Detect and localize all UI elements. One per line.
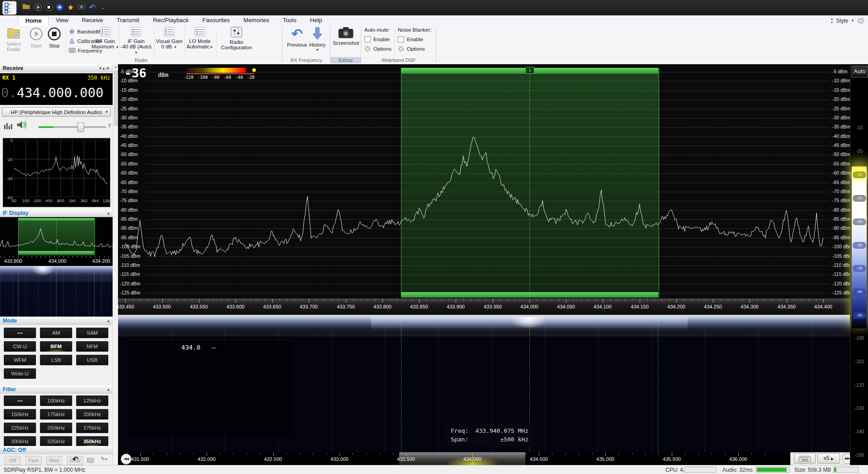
- radio-configuration-button[interactable]: RadioConfiguration: [218, 27, 255, 50]
- tab-favourites[interactable]: Favourites: [196, 15, 237, 25]
- contrast-scale-pill[interactable]: -70: [853, 265, 866, 272]
- stop-button[interactable]: Stop: [46, 27, 63, 48]
- collapse-icon[interactable]: ▴: [107, 318, 111, 323]
- filter-button-200khz[interactable]: 200kHz: [76, 409, 108, 420]
- filter-button-325khz[interactable]: 325kHz: [40, 436, 72, 447]
- auto-mute-enable-checkbox[interactable]: Enable: [364, 36, 390, 43]
- filter-button-150khz[interactable]: 150kHz: [4, 409, 36, 420]
- mode-button-wfm[interactable]: WFM: [4, 355, 36, 365]
- contrast-scale-pill[interactable]: -50: [853, 218, 866, 225]
- agc-button-off[interactable]: Off: [5, 456, 21, 465]
- mode-button-dots[interactable]: •••: [4, 327, 36, 338]
- shift-left-button[interactable]: ◀◀: [121, 454, 132, 465]
- contrast-scale-pill[interactable]: -90: [853, 312, 866, 319]
- filter-button-300khz[interactable]: 300kHz: [4, 436, 36, 447]
- rf-gain-button[interactable]: RF Gain Maximum ▼: [91, 27, 119, 50]
- mode-button-sam[interactable]: SAM: [76, 327, 108, 338]
- contrast-scale-pill[interactable]: -30: [853, 171, 866, 178]
- tab-tools[interactable]: Tools: [276, 15, 303, 25]
- equalizer-icon[interactable]: [4, 121, 14, 131]
- spectrum-display[interactable]: 1 -5 dBm-10 dBm-15 dBm-20 dBm-25 dBm-30 …: [118, 64, 850, 299]
- contrast-scale-pill[interactable]: -40: [853, 195, 866, 202]
- contrast-scale-pill[interactable]: -60: [853, 242, 866, 249]
- volume-slider-handle[interactable]: [77, 123, 84, 132]
- style-menu[interactable]: Style: [836, 18, 848, 24]
- tab-memories[interactable]: Memories: [236, 15, 276, 25]
- settings-gear-icon[interactable]: [857, 17, 864, 24]
- tuned-frequency[interactable]: 0.434.000.000: [1, 85, 104, 100]
- noise-blanker-enable-checkbox[interactable]: Enable: [398, 36, 423, 43]
- tab-receive[interactable]: Receive: [75, 15, 110, 25]
- filter-header[interactable]: Filter ▴: [0, 385, 113, 393]
- filter-button-250khz[interactable]: 250kHz: [40, 422, 72, 433]
- band-navigation-bar[interactable]: 431.500432.000432.500433.000433.500434.0…: [118, 452, 850, 465]
- keyboard-entry-button[interactable]: [794, 453, 816, 464]
- open-folder-icon[interactable]: [22, 3, 31, 12]
- rx-marker[interactable]: 1: [525, 67, 534, 74]
- filter-button-100khz[interactable]: 100kHz: [40, 395, 72, 406]
- app-logo-icon[interactable]: [2, 1, 17, 15]
- collapse-icon[interactable]: ▴: [107, 211, 111, 215]
- mode-button-usb[interactable]: USB: [76, 355, 108, 365]
- mode-button-nfm[interactable]: NFM: [76, 341, 108, 352]
- audio-device-select[interactable]: HP (Périphérique High Definition Audio)▼: [2, 107, 111, 117]
- auto-mute-options-button[interactable]: Options: [364, 45, 392, 52]
- waveform-menu-icon[interactable]: ∿▾: [100, 455, 107, 462]
- undo-arrow-icon[interactable]: ↶: [72, 455, 78, 464]
- if-gain-button[interactable]: IF Gain -40 dB (Auto) ▼: [119, 27, 153, 56]
- visual-gain-button[interactable]: Visual Gain 0 dB ▼: [155, 27, 184, 50]
- zoom-level-button[interactable]: x5 ▶: [817, 453, 840, 464]
- frequency-display[interactable]: RX 1 350 kHz 0.434.000.000: [0, 73, 113, 105]
- panel-menu-icon[interactable]: ▾: [99, 66, 103, 71]
- lo-mode-button[interactable]: LO Mode Automatic▼: [185, 27, 214, 50]
- waterfall-display[interactable]: 434.0 – Freq:433.940.075 MHz Span:±500 k…: [118, 317, 850, 452]
- filter-button-125khz[interactable]: 125kHz: [76, 395, 108, 406]
- receive-panel-header[interactable]: Receive ▾▴✕: [0, 64, 113, 72]
- collapse-icon[interactable]: ▴: [107, 387, 111, 392]
- mode-button-cw-u[interactable]: CW-U: [4, 341, 36, 352]
- mode-button-bfm[interactable]: BFM: [40, 341, 72, 352]
- speaker-icon[interactable]: [16, 120, 27, 131]
- updown-chevrons-icon[interactable]: ▲▼: [830, 17, 833, 24]
- agc-button-fast[interactable]: Fast: [25, 456, 42, 465]
- start-button[interactable]: Start: [28, 27, 45, 48]
- stop-icon[interactable]: [44, 3, 53, 12]
- record-folder-icon[interactable]: [87, 457, 94, 465]
- quickbar-dropdown-icon[interactable]: ⌄: [99, 3, 108, 12]
- tab-view[interactable]: View: [49, 15, 75, 25]
- previous-frequency-button[interactable]: ↶ Previous: [285, 27, 309, 47]
- auto-gain-button[interactable]: Auto: [851, 66, 868, 78]
- contrast-scale-pill[interactable]: -80: [853, 289, 866, 295]
- filter-button-350khz[interactable]: 350kHz: [76, 436, 108, 447]
- favourite-star-icon[interactable]: ★: [66, 3, 75, 12]
- filter-button-275khz[interactable]: 275kHz: [76, 422, 108, 433]
- tab-help[interactable]: Help: [303, 15, 329, 25]
- tab-transmit[interactable]: Transmit: [110, 15, 146, 25]
- mode-header[interactable]: Mode ▴: [0, 317, 113, 325]
- if-display-plot[interactable]: [0, 217, 113, 256]
- if-waterfall[interactable]: [0, 266, 113, 317]
- filter-button-225khz[interactable]: 225kHz: [4, 422, 36, 433]
- style-dropdown-icon[interactable]: ▼: [851, 19, 854, 23]
- filter-button-175khz[interactable]: 175kHz: [40, 409, 72, 420]
- add-receiver-icon[interactable]: [55, 3, 64, 12]
- panel-close-icon[interactable]: ✕: [106, 66, 111, 71]
- tab-home[interactable]: Home: [18, 15, 49, 26]
- frequency-scale[interactable]: 433.450433.500433.550433.600433.650433.7…: [118, 299, 850, 315]
- history-button[interactable]: History ▼: [307, 27, 327, 53]
- camera-icon[interactable]: [77, 3, 86, 12]
- mode-button-wide-u[interactable]: Wide-U: [4, 368, 36, 379]
- filter-button-dots[interactable]: •••: [4, 395, 36, 406]
- mode-button-am[interactable]: AM: [40, 327, 72, 338]
- if-display-header[interactable]: IF Display ▴: [0, 209, 113, 217]
- mode-button-lsb[interactable]: LSB: [40, 355, 72, 365]
- play-icon[interactable]: [33, 3, 42, 12]
- agc-button-med[interactable]: Med: [46, 456, 62, 465]
- shift-right-button[interactable]: ▶▶: [842, 453, 850, 464]
- noise-blanker-options-button[interactable]: Options: [398, 45, 425, 52]
- select-radio-button[interactable]: SelectRadio: [3, 27, 24, 52]
- tab-rec-playback[interactable]: Rec/Playback: [146, 15, 195, 25]
- agc-header[interactable]: AGC: Off: [0, 446, 113, 454]
- undo-icon[interactable]: ↶: [88, 3, 97, 12]
- screenshot-button[interactable]: Screenshot: [332, 27, 360, 46]
